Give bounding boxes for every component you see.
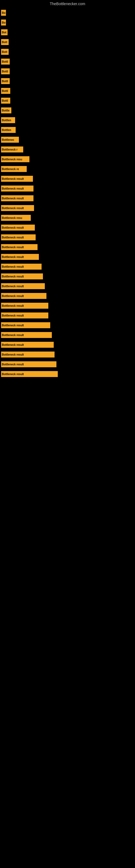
bar-label: Bott <box>2 41 7 44</box>
bar-label: Bottleneck result <box>2 246 24 249</box>
bar-row: Bottl <box>0 59 135 65</box>
bar-row: Bot <box>0 29 135 35</box>
bar-label: Bottleneck resu <box>2 158 22 161</box>
bar-row: Bottleneck result <box>0 293 135 299</box>
bar-item: Bottleneck resu <box>1 156 30 162</box>
bar-label: Bottleneck result <box>2 285 24 288</box>
bar-label: Bottleneck result <box>2 226 24 229</box>
bar-label: Bottleneck result <box>2 275 24 278</box>
bar-item: Bo <box>1 10 6 16</box>
bar-row: Bottleneck resu <box>0 156 135 162</box>
bar-item: Bottleneck result <box>1 332 52 338</box>
bar-label: Bottleneck result <box>2 334 24 337</box>
bar-row: Bottleneck r <box>0 147 135 152</box>
bar-row: Bottleneck result <box>0 303 135 309</box>
bar-label: Bottleneck r <box>2 148 17 151</box>
bar-item: Bottleneck result <box>1 303 48 309</box>
bar-label: Bottleneck result <box>2 236 24 239</box>
bar-label: Bo <box>2 11 5 14</box>
bar-item: Bottle <box>1 107 11 113</box>
bar-label: Bottleneck result <box>2 343 24 346</box>
bar-label: Bottleneck result <box>2 304 24 307</box>
bar-row: Bottleneck result <box>0 351 135 358</box>
bar-item: Bottleneck result <box>1 186 34 191</box>
bar-row: Bottleneck result <box>0 264 135 270</box>
bar-label: Bottleneck resu <box>2 216 22 219</box>
bar-label: Bottleneck result <box>2 324 24 327</box>
bar-item: Bottleneck result <box>1 322 50 328</box>
bar-label: Bottl <box>2 80 8 83</box>
bar-item: Bottlen <box>1 117 15 123</box>
bar-item: Bottleneck result <box>1 351 54 358</box>
bar-label: Bottleneck re <box>2 167 19 170</box>
bar-item: Bottleneck result <box>1 195 34 201</box>
bar-item: Bott <box>1 39 9 45</box>
bar-label: Bottle <box>2 109 9 112</box>
bar-label: Bottlen <box>2 119 11 122</box>
bars-container: BoBoBotBottBottBottlBottlBottlBottlBottl… <box>0 7 135 381</box>
bar-item: Bottleneck result <box>1 205 34 211</box>
bar-row: Bottleneck result <box>0 254 135 260</box>
bar-row: Bo <box>0 10 135 16</box>
bar-row: Bottleneck result <box>0 176 135 182</box>
bar-item: Bottl <box>1 88 10 94</box>
bar-item: Bottleneck result <box>1 264 42 270</box>
bar-item: Bottleneck result <box>1 342 54 348</box>
bar-item: Bottl <box>1 78 10 84</box>
bar-row: Bottl <box>0 78 135 84</box>
bar-row: Bottleneck result <box>0 235 135 240</box>
bar-item: Bottleneck result <box>1 225 35 230</box>
bar-row: Bottleneck result <box>0 273 135 279</box>
bar-row: Bottleneck result <box>0 244 135 250</box>
bar-item: Bot <box>1 29 8 35</box>
bar-label: Bottl <box>2 60 8 63</box>
bar-item: Bottleneck r <box>1 147 23 152</box>
bar-label: Bottl <box>2 90 8 93</box>
site-title-text: TheBottlenecker.com <box>50 2 85 6</box>
bar-row: Bottl <box>0 88 135 94</box>
bar-row: Bottlen <box>0 127 135 133</box>
bar-label: Bottleneck result <box>2 207 24 210</box>
bar-item: Bottleneck result <box>1 244 38 250</box>
bar-item: Bottleneck resu <box>1 215 31 221</box>
bar-label: Bottleneck result <box>2 265 24 268</box>
bar-row: Bottlenec <box>0 137 135 143</box>
bar-row: Bottl <box>0 98 135 104</box>
bar-row: Bottleneck resu <box>0 215 135 221</box>
bar-row: Bottleneck result <box>0 195 135 201</box>
bar-label: Bottleneck result <box>2 177 24 180</box>
bar-label: Bottlen <box>2 129 11 131</box>
bar-row: Bottleneck result <box>0 225 135 230</box>
bar-label: Bottlenec <box>2 138 14 141</box>
bar-label: Bottl <box>2 99 8 102</box>
bar-label: Bottleneck result <box>2 197 24 200</box>
bar-item: Bottlen <box>1 127 16 133</box>
bar-item: Bottleneck result <box>1 283 45 289</box>
bar-row: Bo <box>0 20 135 26</box>
bar-label: Bo <box>2 21 5 24</box>
bar-item: Bottleneck result <box>1 371 58 377</box>
bar-row: Bottleneck result <box>0 361 135 367</box>
bar-item: Bottleneck result <box>1 176 33 182</box>
bar-label: Bottleneck result <box>2 294 24 298</box>
bar-item: Bottleneck result <box>1 361 56 367</box>
bar-row: Bottle <box>0 107 135 113</box>
bar-label: Bottleneck result <box>2 363 24 366</box>
bar-row: Bottleneck result <box>0 283 135 289</box>
bar-item: Bottleneck result <box>1 254 39 260</box>
bar-row: Bottleneck result <box>0 342 135 348</box>
bar-item: Bo <box>1 20 6 26</box>
bar-row: Bott <box>0 49 135 55</box>
bar-row: Bottlen <box>0 117 135 123</box>
bar-label: Bot <box>2 31 6 34</box>
bar-label: Bottleneck result <box>2 187 24 190</box>
bar-label: Bottleneck result <box>2 353 24 356</box>
site-title: TheBottlenecker.com <box>0 0 135 7</box>
bar-label: Bott <box>2 51 7 54</box>
bar-label: Bottl <box>2 70 8 73</box>
bar-row: Bott <box>0 39 135 45</box>
bar-item: Bottleneck result <box>1 293 46 299</box>
bar-row: Bottl <box>0 68 135 74</box>
bar-label: Bottleneck result <box>2 373 24 376</box>
bar-item: Bottleneck result <box>1 273 43 279</box>
